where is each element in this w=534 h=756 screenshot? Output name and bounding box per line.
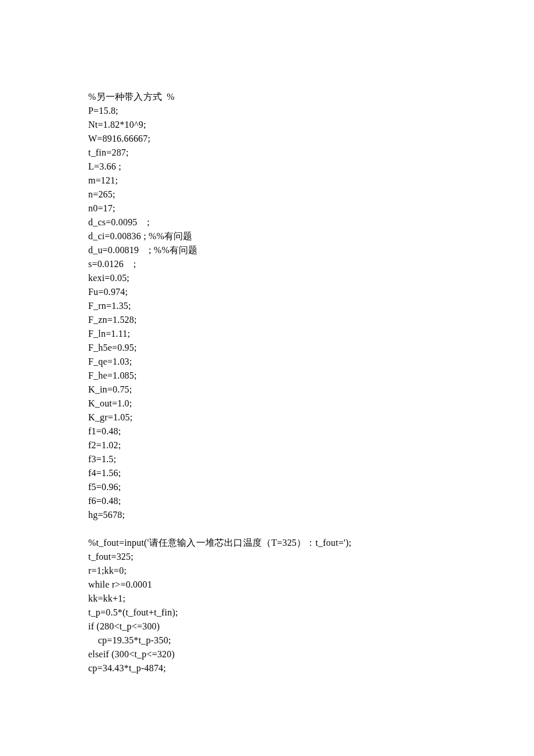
code-line: r=1;kk=0; [88,564,534,578]
code-line: d_u=0.00819 ; %%有问题 [88,243,534,257]
code-line: t_fin=287; [88,146,534,160]
code-line: d_ci=0.00836 ; %%有问题 [88,229,534,243]
code-line: f1=0.48; [88,424,534,438]
code-line: F_qe=1.03; [88,355,534,369]
code-line: cp=34.43*t_p-4874; [88,661,534,675]
code-line: t_p=0.5*(t_fout+t_fin); [88,606,534,620]
code-line: f5=0.96; [88,480,534,494]
code-line: f3=1.5; [88,452,534,466]
code-line: F_ln=1.11; [88,327,534,341]
code-line: K_in=0.75; [88,383,534,397]
code-line: F_h5e=0.95; [88,341,534,355]
code-line: f6=0.48; [88,494,534,508]
code-line: s=0.0126 ; [88,257,534,271]
code-line: elseif (300<t_p<=320) [88,647,534,661]
code-line: F_he=1.085; [88,369,534,383]
code-line: P=15.8; [88,104,534,118]
code-block: %另一种带入方式 %P=15.8;Nt=1.82*10^9;W=8916.666… [88,90,534,675]
code-line: K_gr=1.05; [88,411,534,424]
code-line: m=121; [88,174,534,188]
code-line: K_out=1.0; [88,397,534,411]
code-line: d_cs=0.0095 ; [88,215,534,229]
code-line: while r>=0.0001 [88,578,534,592]
code-line: cp=19.35*t_p-350; [88,633,534,647]
code-line: F_rn=1.35; [88,299,534,313]
code-line: f2=1.02; [88,438,534,452]
code-line: hg=5678; [88,508,534,522]
code-line: %t_fout=input('请任意输入一堆芯出口温度（T=325）：t_fou… [88,536,534,550]
code-line: %另一种带入方式 % [88,90,534,104]
code-line: Fu=0.974; [88,285,534,299]
code-line: Nt=1.82*10^9; [88,118,534,132]
code-line: if (280<t_p<=300) [88,620,534,633]
code-line: kexi=0.05; [88,271,534,285]
blank-line [88,522,534,536]
code-line: F_zn=1.528; [88,313,534,327]
code-line: n0=17; [88,201,534,215]
code-line: t_fout=325; [88,550,534,564]
code-line: W=8916.66667; [88,132,534,146]
code-line: kk=kk+1; [88,592,534,606]
code-line: L=3.66 ; [88,160,534,174]
code-line: f4=1.56; [88,466,534,480]
document-page: %另一种带入方式 %P=15.8;Nt=1.82*10^9;W=8916.666… [0,0,534,756]
code-line: n=265; [88,188,534,201]
